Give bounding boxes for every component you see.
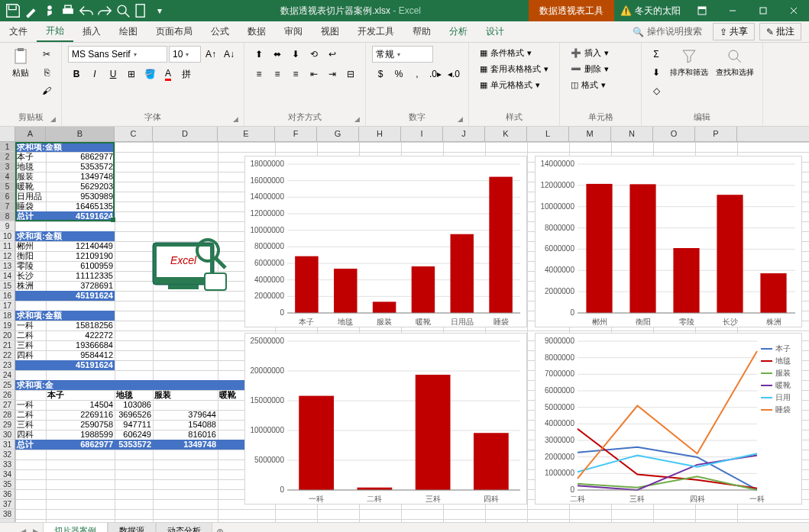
- format-painter-icon[interactable]: 🖌: [38, 82, 55, 99]
- row-header-34[interactable]: 34: [0, 469, 15, 479]
- undo-icon[interactable]: [78, 2, 95, 19]
- cell[interactable]: 45191624: [46, 360, 115, 370]
- row-header-30[interactable]: 30: [0, 430, 15, 440]
- menu-文件[interactable]: 文件: [0, 21, 37, 42]
- cell[interactable]: 6862977: [46, 440, 115, 450]
- cell[interactable]: 郴州: [15, 241, 46, 251]
- cell[interactable]: 服装: [153, 390, 218, 400]
- cell[interactable]: 一科: [15, 321, 46, 330]
- cell[interactable]: 总计: [15, 211, 46, 221]
- cell[interactable]: 1349748: [46, 172, 115, 182]
- sheet-tab-0[interactable]: 切片器案例: [43, 523, 108, 532]
- cell[interactable]: 三科: [15, 340, 46, 350]
- col-header-N[interactable]: N: [611, 127, 653, 141]
- qat-customize-icon[interactable]: ▾: [151, 2, 168, 19]
- align-right-icon[interactable]: ≡: [287, 66, 304, 82]
- col-header-L[interactable]: L: [527, 127, 569, 141]
- tab-prev-icon[interactable]: ◀: [15, 525, 29, 533]
- row-header-20[interactable]: 20: [0, 330, 15, 340]
- cell[interactable]: 19366684: [46, 340, 115, 350]
- cell[interactable]: 地毯: [15, 162, 46, 172]
- cell[interactable]: 四科: [15, 430, 46, 440]
- row-header-35[interactable]: 35: [0, 479, 15, 489]
- cell[interactable]: [15, 291, 46, 301]
- col-header-E[interactable]: E: [218, 127, 275, 141]
- zoom-icon[interactable]: [115, 2, 131, 19]
- row-header-24[interactable]: 24: [0, 370, 15, 380]
- align-middle-icon[interactable]: ⬌: [269, 46, 286, 63]
- cell[interactable]: 暖靴: [15, 182, 46, 192]
- menu-公式[interactable]: 公式: [202, 21, 238, 42]
- row-header-8[interactable]: 8: [0, 211, 15, 221]
- row-header-1[interactable]: 1: [0, 142, 15, 152]
- menu-插入[interactable]: 插入: [73, 21, 110, 42]
- row-header-12[interactable]: 12: [0, 251, 15, 261]
- cell[interactable]: 12140449: [46, 241, 115, 251]
- cell[interactable]: 11112335: [46, 271, 115, 281]
- col-header-K[interactable]: K: [485, 127, 527, 141]
- menu-视图[interactable]: 视图: [312, 21, 348, 42]
- menu-绘图[interactable]: 绘图: [110, 21, 147, 42]
- cell[interactable]: 14504: [46, 400, 115, 410]
- shrink-font-icon[interactable]: A↓: [221, 46, 238, 63]
- grow-font-icon[interactable]: A↑: [202, 46, 219, 63]
- cell[interactable]: 12109190: [46, 251, 115, 261]
- cell[interactable]: 606249: [115, 430, 153, 440]
- row-header-29[interactable]: 29: [0, 420, 15, 430]
- cell[interactable]: 1988599: [46, 430, 115, 440]
- user-account[interactable]: ⚠️ 冬天的太阳: [614, 5, 687, 18]
- row-header-31[interactable]: 31: [0, 440, 15, 450]
- align-left-icon[interactable]: ≡: [251, 66, 267, 82]
- row-header-28[interactable]: 28: [0, 410, 15, 420]
- row-header-2[interactable]: 2: [0, 152, 15, 162]
- indent-decrease-icon[interactable]: ⇤: [306, 66, 322, 82]
- cell[interactable]: 9584412: [46, 350, 115, 360]
- row-header-32[interactable]: 32: [0, 450, 15, 459]
- cell[interactable]: 衡阳: [15, 251, 46, 261]
- row-header-38[interactable]: 38: [0, 509, 15, 519]
- close-button[interactable]: [778, 0, 809, 21]
- cell[interactable]: 379644: [153, 410, 218, 420]
- cell[interactable]: 求和项:金: [15, 380, 275, 390]
- cell[interactable]: 2269116: [46, 410, 115, 420]
- row-header-27[interactable]: 27: [0, 400, 15, 410]
- minimize-button[interactable]: [717, 0, 748, 21]
- row-header-10[interactable]: 10: [0, 231, 15, 241]
- row-header-14[interactable]: 14: [0, 271, 15, 281]
- select-all-corner[interactable]: [0, 127, 15, 141]
- cell[interactable]: 15818256: [46, 321, 115, 330]
- menu-开始[interactable]: 开始: [37, 21, 73, 42]
- comma-icon[interactable]: ,: [409, 66, 426, 82]
- phonetic-button[interactable]: 拼: [178, 66, 195, 82]
- col-header-I[interactable]: I: [401, 127, 443, 141]
- cell[interactable]: 株洲: [15, 281, 46, 291]
- merge-icon[interactable]: ⊟: [342, 66, 359, 82]
- fill-color-button[interactable]: 🪣: [141, 66, 158, 82]
- row-header-25[interactable]: 25: [0, 380, 15, 390]
- cell[interactable]: 6862977: [46, 152, 115, 162]
- row-header-23[interactable]: 23: [0, 360, 15, 370]
- cell[interactable]: 5353572: [115, 440, 153, 450]
- row-header-36[interactable]: 36: [0, 489, 15, 499]
- row-header-37[interactable]: 37: [0, 499, 15, 509]
- cell[interactable]: 总计: [15, 440, 46, 450]
- fill-icon[interactable]: ⬇: [648, 64, 665, 81]
- comments-button[interactable]: ✎批注: [759, 23, 801, 40]
- decrease-decimal-icon[interactable]: ◂.0: [445, 66, 462, 82]
- cell[interactable]: 6100959: [46, 261, 115, 271]
- cell[interactable]: [15, 360, 46, 370]
- sheet-tab-2[interactable]: 动态分析: [156, 523, 212, 532]
- col-header-H[interactable]: H: [359, 127, 401, 141]
- row-header-4[interactable]: 4: [0, 172, 15, 182]
- cell[interactable]: 求和项:金额: [15, 231, 115, 241]
- cell[interactable]: [153, 400, 218, 410]
- insert-cells-button[interactable]: ➕插入 ▾: [566, 46, 635, 60]
- align-top-icon[interactable]: ⬆: [251, 46, 267, 63]
- menu-帮助[interactable]: 帮助: [403, 21, 440, 42]
- row-header-16[interactable]: 16: [0, 291, 15, 301]
- menu-开发工具[interactable]: 开发工具: [348, 21, 403, 42]
- wrap-text-icon[interactable]: ↩: [324, 46, 341, 63]
- cell[interactable]: 3696526: [115, 410, 153, 420]
- col-header-J[interactable]: J: [443, 127, 485, 141]
- increase-decimal-icon[interactable]: .0▸: [427, 66, 444, 82]
